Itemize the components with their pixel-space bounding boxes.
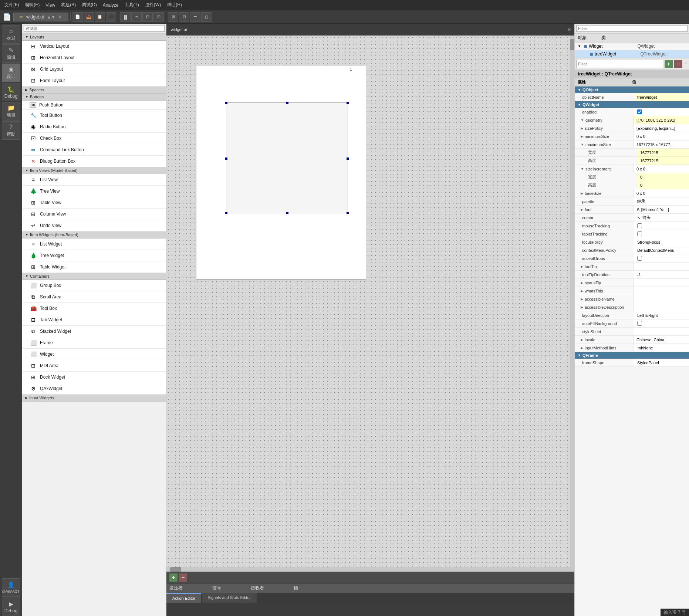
menu-edit[interactable]: 编辑(E) (22, 0, 43, 10)
canvas-workspace[interactable]: 1 (166, 35, 574, 572)
left-btn-user[interactable]: 👤 cleess01 (2, 578, 20, 597)
widget-item-tab-widget[interactable]: ⊟ Tab Widget (22, 314, 166, 326)
tb-preview[interactable]: ◻ (201, 12, 212, 22)
left-btn-project[interactable]: 📁 项目 (2, 102, 20, 121)
section-input-widgets[interactable]: Input Widgets (22, 395, 166, 402)
prop-autofill[interactable]: autoFillBackground (575, 319, 689, 328)
resize-handle-br[interactable] (347, 212, 349, 214)
prop-tooltip[interactable]: toolTip (575, 263, 689, 271)
widget-item-table-widget[interactable]: ⊞ Table Widget (22, 261, 166, 273)
tb-grid-1[interactable]: ⊠ (168, 12, 178, 22)
tree-row-treewidget[interactable]: ◼ treeWidget QTreeWidget (575, 50, 689, 58)
prop-basesize[interactable]: baseSize 0 x 0 (575, 189, 689, 197)
tb-btn-2[interactable]: 📤 (84, 12, 94, 22)
resize-handle-tr[interactable] (347, 102, 349, 104)
canvas-scrollbar-h[interactable] (166, 567, 570, 572)
tab-action-editor[interactable]: Action Editor (166, 593, 202, 603)
widget-item-tree-view[interactable]: 🌲 Tree View (22, 186, 166, 197)
prop-maximumsize[interactable]: maximumSize 16777215 x 16777... (575, 141, 689, 149)
widget-item-table-view[interactable]: ⊞ Table View (22, 197, 166, 209)
resize-handle-bm[interactable] (286, 212, 288, 214)
section-qframe[interactable]: QFrame (575, 352, 689, 359)
prop-enabled[interactable]: enabled (575, 108, 689, 116)
prop-incwidth[interactable]: 宽度 0 (575, 173, 689, 181)
remove-connection-btn[interactable]: − (179, 573, 187, 582)
prop-stylesheet[interactable]: styleSheet (575, 328, 689, 336)
prop-objectname[interactable]: objectName treeWidget (575, 93, 689, 101)
widget-item-form-layout[interactable]: ⊡ Form Layout (22, 75, 166, 87)
canvas-scrollbar-v[interactable] (570, 35, 574, 572)
menu-file[interactable]: 文件(F) (1, 0, 22, 10)
widget-item-mdi-area[interactable]: ⊡ MDI Area (22, 360, 166, 372)
widget-item-scroll-area[interactable]: ⧉ Scroll Area (22, 291, 166, 303)
left-btn-debug2[interactable]: ▶ Debug (2, 598, 20, 616)
prop-mousetracking[interactable]: mouseTracking (575, 222, 689, 230)
widget-item-tree-widget[interactable]: 🌲 Tree Widget (22, 250, 166, 261)
props-more-icon[interactable]: ≡ (685, 60, 688, 68)
widget-item-horizontal-layout[interactable]: ⊞ Horizontal Layout (22, 52, 166, 64)
section-qobject[interactable]: QObject (575, 87, 689, 93)
prop-locale[interactable]: locale Chinese, China (575, 336, 689, 344)
prop-focuspolicy[interactable]: focusPolicy StrongFocus (575, 238, 689, 246)
add-connection-btn[interactable]: + (169, 573, 178, 582)
widget-item-dock-widget[interactable]: ⊞ Dock Widget (22, 372, 166, 383)
menu-controls[interactable]: 控件(W) (142, 0, 164, 10)
section-buttons[interactable]: Buttons (22, 94, 166, 101)
prop-font[interactable]: font A[Microsoft Ya...] (575, 206, 689, 214)
widget-item-grid-layout[interactable]: ⊠ Grid Layout (22, 64, 166, 75)
left-btn-edit[interactable]: ✎ 编辑 (2, 44, 20, 63)
prop-accessiblename[interactable]: accessibleName (575, 295, 689, 303)
canvas-scrollbar-h-thumb[interactable] (170, 567, 181, 572)
prop-cursor[interactable]: cursor ↖箭头 (575, 214, 689, 222)
prop-whatstis[interactable]: whatsThis (575, 287, 689, 295)
widget-item-tool-box[interactable]: 🧰 Tool Box (22, 303, 166, 314)
tb-align-4[interactable]: ⊞ (153, 12, 164, 22)
prop-tablettracking[interactable]: tabletTracking (575, 230, 689, 238)
mousetracking-checkbox[interactable] (637, 223, 642, 228)
tb-btn-4[interactable]: ⬛ (106, 12, 116, 22)
menu-debug[interactable]: 调试(D) (79, 0, 100, 10)
props-add-btn[interactable]: + (665, 60, 673, 68)
autofill-checkbox[interactable] (637, 321, 642, 326)
left-btn-debug[interactable]: 🐛 Debug (2, 83, 20, 101)
prop-maxheight[interactable]: 高度 16777215 (575, 157, 689, 165)
widget-item-command-link[interactable]: ➡ Command Link Button (22, 144, 166, 156)
tb-grid-2[interactable]: ⊡ (179, 12, 189, 22)
widget-filter-input[interactable] (24, 25, 165, 32)
menu-analyze[interactable]: Analyze (100, 1, 122, 9)
widget-item-stacked-widget[interactable]: ⧉ Stacked Widget (22, 326, 166, 337)
section-layouts[interactable]: Layouts (22, 34, 166, 41)
menu-view[interactable]: View (43, 1, 58, 9)
tab-sort-icon[interactable]: ▲▼ (47, 14, 55, 20)
menu-tools[interactable]: 工具(T) (122, 0, 142, 10)
prop-statustip[interactable]: statusTip (575, 279, 689, 287)
props-del-btn[interactable]: − (674, 60, 682, 68)
prop-acceptdrops[interactable]: acceptDrops (575, 254, 689, 263)
tab-close-btn[interactable]: ✕ (58, 14, 62, 20)
prop-sizeincrement[interactable]: sizeIncrement 0 x 0 (575, 165, 689, 173)
prop-geometry[interactable]: geometry [(70, 100), 321 x 291] (575, 116, 689, 124)
widget-item-check-box[interactable]: ☑ Check Box (22, 133, 166, 144)
widget-item-list-view[interactable]: ≡ List View (22, 174, 166, 186)
prop-tooltipduration[interactable]: toolTipDuration -1 (575, 271, 689, 279)
tb-btn-1[interactable]: 📄 (72, 12, 83, 22)
enabled-checkbox[interactable] (637, 109, 642, 114)
widget-item-undo-view[interactable]: ↩ Undo View (22, 220, 166, 231)
props-filter-input[interactable] (576, 25, 688, 32)
form-widget[interactable]: 1 (196, 65, 366, 280)
widget-item-tool-button[interactable]: 🔧 Tool Button (22, 110, 166, 121)
canvas-scrollbar-thumb[interactable] (570, 39, 574, 50)
prop-layoutdir[interactable]: layoutDirection LeftToRight (575, 311, 689, 319)
prop-accessibledesc[interactable]: accessibleDescription (575, 303, 689, 311)
resize-handle-ml[interactable] (225, 158, 227, 160)
widget-item-column-view[interactable]: ⊟ Column View (22, 209, 166, 220)
widget-item-dialog-button[interactable]: ✕ Dialog Button Box (22, 156, 166, 167)
widget-item-qax-widget[interactable]: ⚙ QAxWidget (22, 383, 166, 395)
tb-grid-3[interactable]: ⊢ (190, 12, 200, 22)
props-widget-filter-input[interactable] (576, 60, 663, 68)
prop-palette[interactable]: palette 继承 (575, 197, 689, 206)
tablettracking-checkbox[interactable] (637, 231, 642, 236)
canvas-close-btn[interactable]: ✕ (567, 27, 571, 33)
widget-item-group-box[interactable]: ⬜ Group Box (22, 280, 166, 291)
tab-signals-slots[interactable]: Signals and Slots Editor (202, 593, 257, 603)
